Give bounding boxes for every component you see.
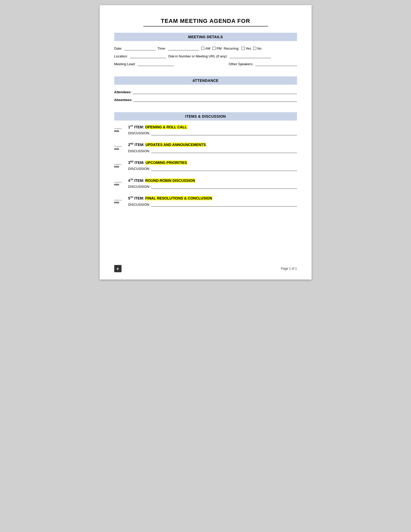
- item-2-discussion-field[interactable]: [151, 149, 297, 153]
- item-5-superscript: TH: [130, 196, 133, 199]
- item-5-heading: 5TH ITEM: FINAL RESOLUTIONS & CONCLUSION: [128, 196, 297, 201]
- time-label: Time:: [158, 46, 166, 50]
- item-3-number-col: min: [114, 160, 128, 168]
- agenda-item-5: min 5TH ITEM: FINAL RESOLUTIONS & CONCLU…: [114, 196, 297, 207]
- item-5-content: 5TH ITEM: FINAL RESOLUTIONS & CONCLUSION…: [128, 196, 297, 207]
- item-4-min-label: min: [114, 183, 119, 186]
- item-2-discussion-row: DISCUSSION:: [128, 149, 297, 153]
- item-5-number: 5TH ITEM:: [128, 196, 145, 200]
- item-2-content: 2ND ITEM: UPDATES AND ANNOUNCEMENTS DISC…: [128, 143, 297, 153]
- time-field[interactable]: [168, 46, 199, 50]
- item-5-min-label: min: [114, 201, 119, 204]
- date-time-row: Date: Time: AM PM Recurring: Yes: [114, 46, 297, 50]
- meeting-details-header: MEETING DETAILS: [114, 33, 297, 41]
- agenda-item-2: min 2ND ITEM: UPDATES AND ANNOUNCEMENTS …: [114, 143, 297, 153]
- item-4-discussion-label: DISCUSSION:: [128, 185, 150, 189]
- meeting-details-section: MEETING DETAILS Date: Time: AM PM Recurr…: [114, 33, 297, 72]
- attendees-field[interactable]: [133, 90, 297, 94]
- absentees-field[interactable]: [133, 98, 297, 102]
- location-field[interactable]: [130, 54, 166, 58]
- dialin-field[interactable]: [230, 54, 271, 58]
- item-3-min-line[interactable]: [114, 161, 122, 164]
- item-2-number: 2ND ITEM:: [128, 143, 146, 147]
- attendance-section: ATTENDANCE Attendees: Absentees:: [114, 76, 297, 108]
- yes-checkbox[interactable]: [241, 47, 245, 50]
- item-5-discussion-label: DISCUSSION:: [128, 203, 150, 207]
- pm-checkbox-group: PM: [212, 46, 222, 50]
- agenda-item-3: min 3RD ITEM: UPCOMING PRIORITIES DISCUS…: [114, 160, 297, 171]
- footer-logo-icon: e: [117, 267, 119, 271]
- pm-checkbox[interactable]: [212, 47, 215, 50]
- item-1-heading: 1ST ITEM: OPENING & ROLL CALL: [128, 125, 297, 129]
- item-3-min-label: min: [114, 165, 119, 168]
- no-checkbox-group: No: [253, 46, 262, 50]
- am-checkbox[interactable]: [201, 47, 204, 50]
- agenda-item-4: min 4TH ITEM: ROUND-ROBIN DISCUSSION DIS…: [114, 178, 297, 189]
- item-1-discussion-label: DISCUSSION:: [128, 131, 150, 135]
- item-1-number-col: min: [114, 125, 128, 132]
- item-1-superscript: ST: [130, 125, 133, 127]
- other-speakers-label: Other Speakers:: [229, 62, 253, 66]
- item-1-min-line[interactable]: [114, 125, 122, 129]
- page-footer: e Page 1 of 1: [114, 265, 297, 272]
- item-4-number: 4TH ITEM:: [128, 178, 145, 183]
- item-5-discussion-field[interactable]: [151, 202, 297, 207]
- attendance-header: ATTENDANCE: [114, 76, 297, 85]
- item-4-superscript: TH: [130, 178, 133, 181]
- item-5-discussion-row: DISCUSSION:: [128, 202, 297, 207]
- item-3-content: 3RD ITEM: UPCOMING PRIORITIES DISCUSSION…: [128, 160, 297, 171]
- item-1-number: 1ST ITEM:: [128, 125, 145, 129]
- item-5-min-line[interactable]: [114, 197, 122, 200]
- attendees-label: Attendees:: [114, 90, 132, 94]
- footer-logo: e: [114, 265, 122, 272]
- date-label: Date:: [114, 46, 122, 50]
- item-2-discussion-label: DISCUSSION:: [128, 149, 150, 153]
- no-label: No: [257, 46, 262, 50]
- item-4-min-line[interactable]: [114, 179, 122, 182]
- item-3-discussion-label: DISCUSSION:: [128, 167, 150, 171]
- yes-checkbox-group: Yes: [241, 46, 251, 50]
- item-2-number-col: min: [114, 143, 128, 150]
- item-2-title: UPDATES AND ANNOUNCEMENTS: [145, 143, 206, 147]
- lead-speakers-row: Meeting Lead: Other Speakers:: [114, 62, 297, 66]
- items-header: ITEMS & DISCUSSION: [114, 112, 297, 121]
- recurring-label: Recurring:: [224, 46, 239, 50]
- absentees-label: Absentees:: [114, 98, 132, 102]
- page-title: TEAM MEETING AGENDA FOR: [114, 18, 297, 24]
- item-5-title: FINAL RESOLUTIONS & CONCLUSION: [145, 196, 212, 200]
- meeting-lead-field[interactable]: [138, 62, 174, 66]
- location-row: Location: Dial-in Number or Meeting URL …: [114, 54, 297, 58]
- item-3-discussion-field[interactable]: [151, 167, 297, 171]
- location-label: Location:: [114, 54, 128, 58]
- item-1-title: OPENING & ROLL CALL: [145, 125, 187, 129]
- agenda-item-1: min 1ST ITEM: OPENING & ROLL CALL DISCUS…: [114, 125, 297, 135]
- meeting-lead-label: Meeting Lead:: [114, 62, 136, 66]
- am-checkbox-group: AM: [201, 46, 211, 50]
- items-section: ITEMS & DISCUSSION min 1ST ITEM: OPENING…: [114, 112, 297, 207]
- other-speakers-field[interactable]: [255, 62, 297, 66]
- item-1-discussion-row: DISCUSSION:: [128, 131, 297, 135]
- item-4-content: 4TH ITEM: ROUND-ROBIN DISCUSSION DISCUSS…: [128, 178, 297, 189]
- attendees-row: Attendees:: [114, 90, 297, 94]
- no-checkbox[interactable]: [253, 47, 256, 50]
- item-1-discussion-field[interactable]: [151, 131, 297, 135]
- item-3-heading: 3RD ITEM: UPCOMING PRIORITIES: [128, 160, 297, 165]
- item-2-min-line[interactable]: [114, 143, 122, 147]
- item-4-discussion-field[interactable]: [151, 185, 297, 189]
- pm-label: PM: [217, 46, 222, 50]
- am-label: AM: [205, 46, 211, 50]
- dialin-label: Dial-in Number or Meeting URL (if any):: [168, 54, 227, 58]
- item-4-title: ROUND-ROBIN DISCUSSION: [145, 178, 195, 183]
- item-2-superscript: ND: [130, 143, 133, 145]
- item-2-heading: 2ND ITEM: UPDATES AND ANNOUNCEMENTS: [128, 143, 297, 147]
- item-3-discussion-row: DISCUSSION:: [128, 167, 297, 171]
- item-2-min-label: min: [114, 147, 119, 150]
- date-field[interactable]: [124, 46, 156, 50]
- item-5-number-col: min: [114, 196, 128, 204]
- item-1-content: 1ST ITEM: OPENING & ROLL CALL DISCUSSION…: [128, 125, 297, 135]
- item-4-discussion-row: DISCUSSION:: [128, 185, 297, 189]
- item-3-title: UPCOMING PRIORITIES: [145, 161, 187, 165]
- item-1-min-label: min: [114, 129, 119, 132]
- document-page: TEAM MEETING AGENDA FOR MEETING DETAILS …: [100, 5, 312, 280]
- item-4-number-col: min: [114, 178, 128, 186]
